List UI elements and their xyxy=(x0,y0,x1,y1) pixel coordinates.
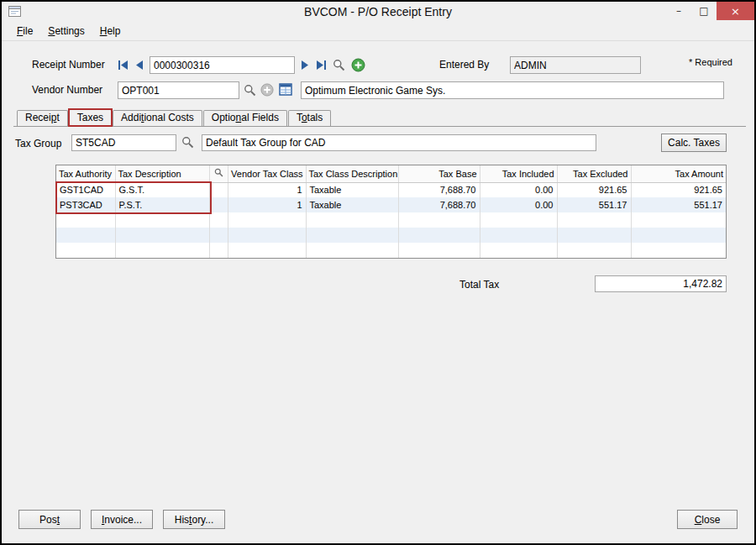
column-header-tax-class-description[interactable]: Tax Class Description xyxy=(306,165,398,182)
total-tax-label: Total Tax xyxy=(459,276,499,294)
table-cell-empty xyxy=(306,228,398,243)
post-button[interactable]: Post xyxy=(18,510,81,529)
column-header-tax-base[interactable]: Tax Base xyxy=(398,165,480,182)
table-cell[interactable]: G.S.T. xyxy=(115,182,209,197)
tax-group-finder-button[interactable] xyxy=(181,136,194,149)
table-cell[interactable]: 0.00 xyxy=(480,182,557,197)
table-row-empty xyxy=(56,243,726,258)
close-button[interactable]: Close xyxy=(677,510,738,529)
first-record-button[interactable] xyxy=(118,60,129,70)
menu-item-help[interactable]: Help xyxy=(93,23,128,39)
table-cell-empty xyxy=(115,228,209,243)
close-window-button[interactable]: × xyxy=(717,2,754,20)
vendor-inquiry-button[interactable] xyxy=(279,83,292,96)
history-button[interactable]: History... xyxy=(163,510,225,529)
previous-record-icon xyxy=(134,60,144,70)
menu-item-file[interactable]: File xyxy=(10,23,39,39)
menu-item-settings[interactable]: Settings xyxy=(41,23,91,39)
calc-taxes-button[interactable]: Calc. Taxes xyxy=(661,134,727,152)
table-row-empty xyxy=(56,228,726,243)
table-cell[interactable]: 7,688.70 xyxy=(398,182,480,197)
minimize-button[interactable]: – xyxy=(666,2,691,20)
tax-group-input[interactable] xyxy=(71,134,176,151)
vendor-finder-button[interactable] xyxy=(244,84,256,97)
receipt-finder-button[interactable] xyxy=(333,59,345,71)
table-cell-empty xyxy=(228,243,306,258)
entered-by-input[interactable] xyxy=(510,56,641,74)
table-cell[interactable]: 921.65 xyxy=(557,182,631,197)
previous-record-button[interactable] xyxy=(134,60,144,70)
table-cell-empty xyxy=(480,212,557,228)
table-cell[interactable] xyxy=(209,197,228,212)
table-cell[interactable]: 921.65 xyxy=(631,182,726,197)
tab-totals[interactable]: Totals xyxy=(288,110,331,126)
vendor-number-input[interactable] xyxy=(118,81,239,99)
table-cell[interactable] xyxy=(209,182,228,197)
title-bar[interactable]: BVCOM - P/O Receipt Entry – □ × xyxy=(2,2,754,22)
table-cell-empty xyxy=(209,243,228,258)
column-header-tax-excluded[interactable]: Tax Excluded xyxy=(557,165,631,182)
column-header-finder[interactable] xyxy=(209,165,228,182)
next-record-icon xyxy=(301,60,311,70)
table-cell-empty xyxy=(398,243,480,258)
tax-table: Tax Authority Tax Description Vendor Tax… xyxy=(55,165,727,259)
total-tax-input[interactable] xyxy=(595,275,727,292)
table-cell-empty xyxy=(306,212,398,228)
table-cell-empty xyxy=(631,243,726,258)
table-row[interactable]: PST3CAD P.S.T. 1 Taxable 7,688.70 0.00 5… xyxy=(56,197,726,212)
table-cell-empty xyxy=(209,212,228,228)
receipt-number-input[interactable] xyxy=(150,56,295,74)
column-header-tax-included[interactable]: Tax Included xyxy=(480,165,557,182)
window-title: BVCOM - P/O Receipt Entry xyxy=(2,2,754,22)
menu-bar: File Settings Help xyxy=(2,22,754,41)
tab-optional-fields[interactable]: Optional Fields xyxy=(203,110,287,126)
table-cell[interactable]: Taxable xyxy=(306,197,398,212)
column-header-vendor-tax-class[interactable]: Vendor Tax Class xyxy=(228,165,306,182)
table-cell[interactable]: Taxable xyxy=(306,182,398,197)
table-cell-empty xyxy=(56,243,115,258)
new-plus-disabled-icon xyxy=(260,83,274,97)
invoice-button[interactable]: Invoice... xyxy=(91,510,153,529)
maximize-button[interactable]: □ xyxy=(691,2,717,20)
vendor-number-label: Vendor Number xyxy=(32,81,102,99)
table-cell[interactable]: 7,688.70 xyxy=(398,197,480,212)
table-cell[interactable]: 551.17 xyxy=(631,197,726,212)
table-cell-empty xyxy=(115,243,209,258)
new-receipt-button[interactable] xyxy=(351,58,365,72)
tab-receipt[interactable]: Receipt xyxy=(17,110,68,126)
table-cell[interactable]: 1 xyxy=(228,197,306,212)
table-cell[interactable]: PST3CAD xyxy=(56,197,115,212)
search-icon xyxy=(181,136,194,149)
window: BVCOM - P/O Receipt Entry – □ × File Set… xyxy=(0,0,756,545)
next-record-button[interactable] xyxy=(301,60,311,70)
tax-group-label: Tax Group xyxy=(15,135,61,153)
last-record-button[interactable] xyxy=(316,60,327,70)
table-cell-empty xyxy=(398,212,480,228)
table-cell-empty xyxy=(228,212,306,228)
tab-additional-costs[interactable]: Additional Costs xyxy=(113,110,202,126)
table-cell[interactable]: P.S.T. xyxy=(115,197,209,212)
table-cell[interactable]: 0.00 xyxy=(480,197,557,212)
tax-group-description-input[interactable] xyxy=(202,134,596,151)
table-cell-empty xyxy=(557,243,631,258)
column-header-tax-description[interactable]: Tax Description xyxy=(115,165,209,182)
entered-by-label: Entered By xyxy=(439,56,489,74)
table-cell[interactable]: GST1CAD xyxy=(56,182,115,197)
vendor-name-input[interactable] xyxy=(301,81,724,99)
table-cell-empty xyxy=(228,228,306,243)
tab-taxes[interactable]: Taxes xyxy=(69,109,112,127)
column-header-tax-amount[interactable]: Tax Amount xyxy=(631,165,726,182)
table-cell-empty xyxy=(398,228,480,243)
table-cell-empty xyxy=(306,243,398,258)
table-header-row: Tax Authority Tax Description Vendor Tax… xyxy=(56,165,726,182)
table-cell[interactable]: 551.17 xyxy=(557,197,631,212)
new-plus-icon xyxy=(351,58,365,72)
column-header-tax-authority[interactable]: Tax Authority xyxy=(56,165,115,182)
last-record-icon xyxy=(316,60,327,70)
table-cell[interactable]: 1 xyxy=(228,182,306,197)
table-row[interactable]: GST1CAD G.S.T. 1 Taxable 7,688.70 0.00 9… xyxy=(56,182,726,197)
search-icon xyxy=(333,59,345,71)
new-vendor-button[interactable] xyxy=(260,83,274,97)
table-cell-empty xyxy=(56,228,115,243)
table-cell-empty xyxy=(480,243,557,258)
